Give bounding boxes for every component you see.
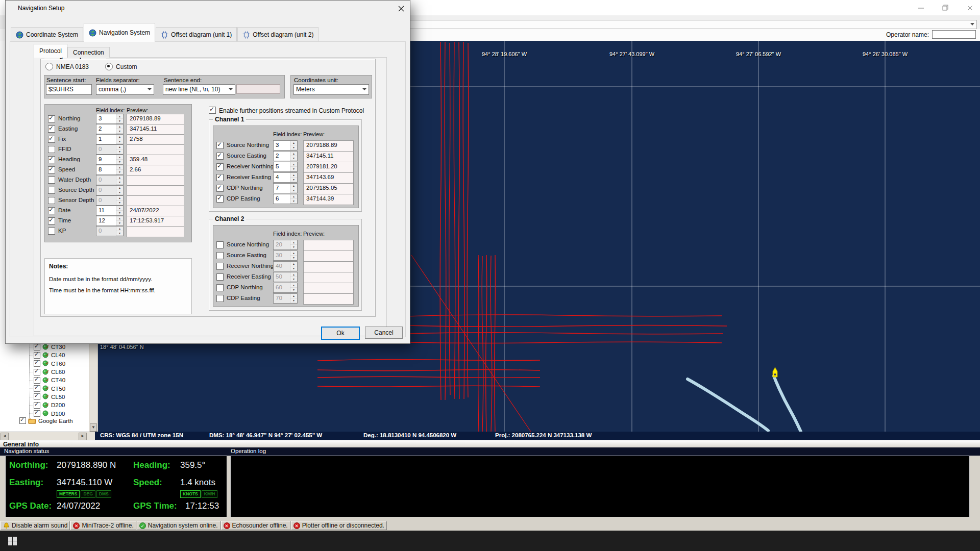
field-checkbox[interactable] [216, 185, 224, 192]
field-index-spinner[interactable]: 2▲▼ [96, 124, 124, 134]
spinner-arrows-icon[interactable]: ▲▼ [116, 165, 123, 174]
tree-item[interactable]: ✓ CL60 [30, 368, 65, 376]
protocol-radio[interactable]: NMEA 0183 [45, 63, 89, 70]
spinner-arrows-icon[interactable]: ▲▼ [290, 141, 297, 150]
field-checkbox[interactable] [48, 156, 55, 163]
protocol-radio[interactable]: Custom [105, 63, 137, 70]
ok-button[interactable]: Ok [321, 327, 360, 340]
unit-button[interactable]: METERS [57, 490, 80, 498]
field-index-spinner[interactable]: 7▲▼ [273, 183, 298, 193]
spinner-arrows-icon[interactable]: ▲▼ [116, 227, 123, 236]
spinner-arrows-icon[interactable]: ▲▼ [116, 176, 123, 185]
tree-item-checkbox[interactable] [34, 369, 40, 375]
unit-button[interactable]: KM/H [202, 490, 218, 498]
field-checkbox[interactable] [216, 263, 224, 270]
sentence-end-select[interactable]: new line (NL, \n, 10) [163, 84, 235, 95]
field-checkbox[interactable] [48, 207, 55, 214]
alarm-item[interactable]: ✕ ✓ Navigation system online. [137, 521, 220, 530]
field-checkbox[interactable] [48, 166, 55, 173]
coordinates-unit-select[interactable]: Meters [293, 84, 369, 95]
tree-item[interactable]: ✓ CT40 [30, 376, 65, 384]
sub-tab[interactable]: Protocol [34, 44, 67, 58]
scroll-right-arrow[interactable]: ► [79, 433, 87, 440]
field-checkbox[interactable] [48, 126, 55, 133]
field-index-spinner[interactable]: 0▲▼ [96, 175, 124, 185]
spinner-arrows-icon[interactable]: ▲▼ [290, 184, 297, 193]
dialog-tab[interactable]: Navigation System [84, 23, 155, 42]
dialog-tab[interactable]: Coordinate System [11, 27, 83, 42]
spinner-arrows-icon[interactable]: ▲▼ [290, 251, 297, 260]
tree-item-checkbox[interactable] [34, 393, 40, 400]
alarm-item[interactable]: ✕ ✓ Disable alarm sound [1, 521, 70, 530]
tree-item-google-earth[interactable]: Google Earth [19, 417, 73, 424]
spinner-arrows-icon[interactable]: ▲▼ [116, 206, 123, 215]
tree-horizontal-scrollbar[interactable]: ◄ ► [0, 432, 95, 440]
tree-item[interactable]: ✓ CT60 [30, 360, 65, 368]
fields-separator-select[interactable]: comma (,) [96, 84, 154, 95]
spinner-arrows-icon[interactable]: ▲▼ [116, 135, 123, 144]
spinner-arrows-icon[interactable]: ▲▼ [290, 272, 297, 282]
spinner-arrows-icon[interactable]: ▲▼ [290, 152, 297, 161]
field-index-spinner[interactable]: 0▲▼ [96, 185, 124, 195]
field-index-spinner[interactable]: 8▲▼ [96, 165, 124, 175]
spinner-arrows-icon[interactable]: ▲▼ [290, 294, 297, 303]
operator-name-input[interactable] [932, 30, 976, 39]
field-checkbox[interactable] [216, 142, 224, 149]
dialog-close-button[interactable] [395, 4, 408, 14]
tree-item[interactable]: ✓ D100 [30, 409, 65, 417]
field-checkbox[interactable] [216, 241, 224, 248]
field-index-spinner[interactable]: 3▲▼ [96, 114, 124, 124]
field-index-spinner[interactable]: 30▲▼ [273, 251, 298, 261]
field-checkbox[interactable] [216, 273, 224, 281]
alarm-item[interactable]: ✕ ✓ Plotter offline or disconnected. [291, 521, 387, 530]
alarm-item[interactable]: ✕ ✓ MiniTrace-2 offline. [70, 521, 136, 530]
field-index-spinner[interactable]: 1▲▼ [96, 134, 124, 144]
spinner-arrows-icon[interactable]: ▲▼ [116, 216, 123, 226]
spinner-arrows-icon[interactable]: ▲▼ [290, 194, 297, 204]
field-index-spinner[interactable]: 0▲▼ [96, 144, 124, 155]
field-index-spinner[interactable]: 0▲▼ [96, 195, 124, 206]
sub-tab[interactable]: Connection [67, 47, 110, 58]
field-index-spinner[interactable]: 11▲▼ [96, 206, 124, 216]
spinner-arrows-icon[interactable]: ▲▼ [116, 196, 123, 205]
field-checkbox[interactable] [48, 115, 55, 122]
field-checkbox[interactable] [216, 153, 224, 160]
field-checkbox[interactable] [216, 174, 224, 181]
field-index-spinner[interactable]: 2▲▼ [273, 151, 298, 161]
tree-item-checkbox[interactable] [19, 417, 26, 424]
spinner-arrows-icon[interactable]: ▲▼ [290, 162, 297, 171]
minimize-button[interactable] [913, 2, 929, 13]
unit-button[interactable]: KNOTS [180, 490, 201, 498]
tree-item[interactable]: ✓ D200 [30, 401, 65, 409]
field-checkbox[interactable] [216, 195, 224, 203]
field-checkbox[interactable] [48, 217, 55, 224]
tree-item[interactable]: ✓ CL40 [30, 351, 65, 359]
start-button[interactable] [2, 534, 22, 547]
enable-further-positions-checkbox[interactable] [209, 107, 216, 114]
field-index-spinner[interactable]: 20▲▼ [273, 240, 298, 250]
close-button[interactable] [962, 2, 978, 13]
field-checkbox[interactable] [216, 295, 224, 302]
spinner-arrows-icon[interactable]: ▲▼ [116, 114, 123, 123]
spinner-arrows-icon[interactable]: ▲▼ [290, 173, 297, 182]
field-checkbox[interactable] [48, 146, 55, 153]
field-index-spinner[interactable]: 5▲▼ [273, 162, 298, 172]
field-checkbox[interactable] [48, 228, 55, 235]
dialog-tab[interactable]: Offset diagram (unit 2) [237, 27, 318, 42]
field-checkbox[interactable] [216, 284, 224, 291]
cancel-button[interactable]: Cancel [365, 327, 403, 339]
spinner-arrows-icon[interactable]: ▲▼ [116, 145, 123, 154]
field-checkbox[interactable] [216, 163, 224, 170]
field-index-spinner[interactable]: 4▲▼ [273, 172, 298, 183]
unit-button[interactable]: DMS [96, 490, 111, 498]
tree-item[interactable]: ✓ CT50 [30, 384, 65, 392]
tree-item[interactable]: ✓ CT30 [30, 343, 65, 351]
tree-item[interactable]: ✓ CL50 [30, 393, 65, 401]
field-index-spinner[interactable]: 70▲▼ [273, 293, 298, 304]
tree-item-checkbox[interactable] [34, 402, 40, 409]
field-checkbox[interactable] [48, 187, 55, 194]
spinner-arrows-icon[interactable]: ▲▼ [116, 186, 123, 195]
tree-item-checkbox[interactable] [34, 410, 40, 417]
field-checkbox[interactable] [216, 252, 224, 259]
field-checkbox[interactable] [48, 177, 55, 184]
